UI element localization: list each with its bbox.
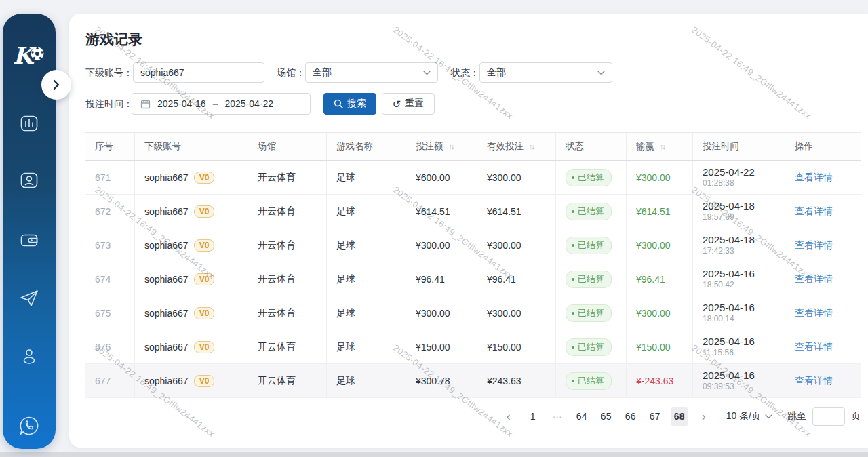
- cell-venue: 开云体育: [248, 262, 327, 296]
- account-name: sophia667: [144, 172, 189, 183]
- bet-date: 2025-04-16: [703, 370, 755, 382]
- reset-button[interactable]: ↺ 重置: [382, 93, 435, 115]
- cell-win-loss: ¥96.41: [627, 262, 693, 296]
- cell-action: 查看详情: [785, 161, 861, 194]
- cell-status: 已结算: [556, 296, 627, 330]
- pagination-next-button[interactable]: ›: [695, 407, 713, 426]
- sidebar-item-promotion[interactable]: [18, 287, 40, 309]
- header-label: 下级账号: [144, 140, 181, 153]
- view-details-link[interactable]: 查看详情: [795, 205, 833, 218]
- cell-bet-time: 2025-04-16 18:00:14: [693, 296, 785, 330]
- pagination-page-67[interactable]: 67: [646, 407, 664, 426]
- cell-account: sophia667 V0: [135, 228, 248, 262]
- cell-account: sophia667 V0: [135, 161, 248, 194]
- view-details-link[interactable]: 查看详情: [795, 341, 833, 353]
- view-details-link[interactable]: 查看详情: [795, 172, 833, 184]
- search-button[interactable]: 搜索: [323, 93, 376, 115]
- page-jump-suffix: 页: [851, 410, 861, 422]
- header-cell: 操作: [785, 133, 861, 160]
- status-dot-icon: [572, 244, 574, 247]
- cell-win-loss: ¥300.00: [627, 296, 693, 330]
- person-icon: [19, 346, 39, 367]
- sidebar-item-account[interactable]: [18, 170, 40, 191]
- table-body: 671 sophia667 V0 开云体育 足球 ¥600.00 ¥300.00…: [85, 161, 861, 398]
- sidebar-expand-button[interactable]: [41, 70, 71, 100]
- sidebar-item-support[interactable]: [17, 414, 41, 438]
- sort-icon[interactable]: ↑↓: [660, 142, 665, 151]
- cell-status: 已结算: [556, 364, 627, 397]
- view-details-link[interactable]: 查看详情: [795, 307, 833, 319]
- bet-time: 17:42:33: [703, 246, 755, 256]
- table-row: 671 sophia667 V0 开云体育 足球 ¥600.00 ¥300.00…: [85, 161, 861, 195]
- pagination-page-65[interactable]: 65: [597, 407, 615, 426]
- cell-win-loss: ¥300.00: [627, 228, 693, 262]
- sidebar: K: [3, 14, 56, 449]
- search-icon: [334, 99, 343, 108]
- vip-level-badge: V0: [194, 273, 215, 285]
- cell-bet-time: 2025-04-16 11:15:56: [693, 330, 785, 363]
- status-dot-icon: [572, 210, 574, 213]
- status-text: 已结算: [578, 341, 604, 353]
- pagination-page-66[interactable]: 66: [622, 407, 639, 426]
- pagination-page-64[interactable]: 64: [573, 407, 591, 426]
- status-dot-icon: [572, 312, 574, 315]
- pagination-page-1[interactable]: 1: [524, 407, 542, 426]
- reset-button-label: 重置: [405, 98, 424, 110]
- table-header-row: 序号下级账号场馆游戏名称投注额↑↓有效投注↑↓状态输赢↑↓投注时间操作: [85, 132, 861, 161]
- date-range-picker[interactable]: 2025-04-16 – 2025-04-22: [132, 93, 311, 115]
- sidebar-item-profile[interactable]: [18, 346, 40, 367]
- cell-bet-amount: ¥614.51: [406, 195, 477, 228]
- cell-valid-bet: ¥96.41: [477, 262, 556, 296]
- sidebar-item-wallet[interactable]: [18, 229, 40, 251]
- cell-valid-bet: ¥300.00: [477, 228, 556, 262]
- view-details-link[interactable]: 查看详情: [795, 273, 833, 285]
- page-size-value: 10 条/页: [726, 410, 761, 422]
- table-row: 675 sophia667 V0 开云体育 足球 ¥300.00 ¥300.00…: [85, 296, 861, 330]
- reset-icon: ↺: [393, 99, 401, 109]
- vip-level-badge: V0: [194, 172, 215, 184]
- bet-time: 18:00:14: [703, 314, 755, 324]
- sort-icon[interactable]: ↑↓: [449, 142, 454, 151]
- cell-bet-time: 2025-04-16 18:50:42: [693, 262, 785, 296]
- status-badge: 已结算: [566, 237, 612, 254]
- vip-level-badge: V0: [194, 375, 215, 387]
- pagination-prev-button[interactable]: ‹: [500, 407, 517, 426]
- status-text: 已结算: [578, 172, 604, 184]
- account-name: sophia667: [144, 240, 189, 251]
- bottom-edge-strip: [0, 452, 868, 457]
- pagination-page-68[interactable]: 68: [671, 407, 688, 426]
- sidebar-item-stats[interactable]: [18, 113, 40, 134]
- account-input[interactable]: [133, 62, 264, 83]
- pagination-ellipsis: ···: [549, 407, 566, 426]
- cell-venue: 开云体育: [248, 228, 327, 262]
- view-details-link[interactable]: 查看详情: [795, 375, 833, 387]
- date-range-separator: –: [213, 98, 218, 109]
- cell-bet-time: 2025-04-16 09:39:53: [693, 364, 785, 397]
- sort-icon[interactable]: ↑↓: [529, 142, 534, 151]
- main-panel: 游戏记录 下级账号： 场馆： 全部 状态： 全部 投注时间：: [69, 14, 868, 448]
- status-badge: 已结算: [566, 169, 612, 186]
- view-details-link[interactable]: 查看详情: [795, 239, 833, 252]
- cell-account: sophia667 V0: [135, 330, 248, 363]
- status-dot-icon: [572, 176, 574, 179]
- cell-index: 674: [85, 262, 135, 296]
- account-name: sophia667: [144, 206, 189, 217]
- cell-account: sophia667 V0: [135, 296, 248, 330]
- cell-bet-amount: ¥96.41: [406, 262, 477, 296]
- status-text: 已结算: [578, 273, 604, 285]
- cell-action: 查看详情: [785, 364, 861, 397]
- cell-index: 677: [85, 364, 135, 397]
- cell-valid-bet: ¥300.00: [477, 296, 556, 330]
- page-size-select[interactable]: 10 条/页: [726, 410, 772, 422]
- header-label: 操作: [795, 140, 813, 153]
- cell-game-name: 足球: [327, 262, 406, 296]
- page-jump-input[interactable]: [812, 407, 845, 426]
- venue-select[interactable]: 全部: [305, 62, 438, 83]
- header-cell: 输赢↑↓: [627, 133, 693, 160]
- status-select[interactable]: 全部: [479, 62, 612, 83]
- bet-date: 2025-04-16: [703, 302, 755, 315]
- header-label: 投注额: [416, 140, 443, 153]
- cell-game-name: 足球: [327, 364, 406, 397]
- cell-win-loss: ¥300.00: [627, 161, 693, 194]
- cell-action: 查看详情: [785, 296, 861, 330]
